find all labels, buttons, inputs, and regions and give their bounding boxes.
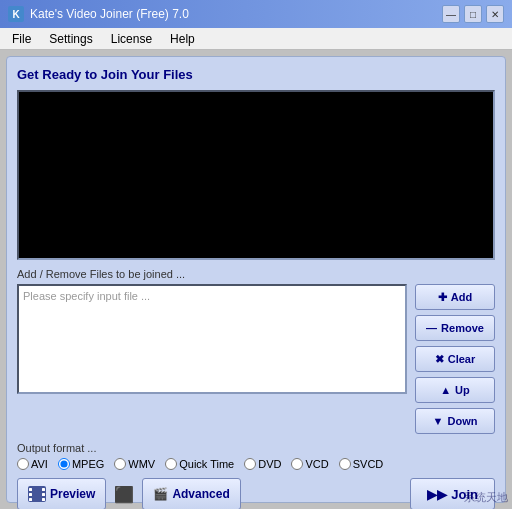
radio-wmv-input[interactable] xyxy=(114,458,126,470)
files-area: Please specify input file ... ✚ Add — Re… xyxy=(17,284,495,434)
clear-icon: ✖ xyxy=(435,353,444,366)
advanced-button[interactable]: 🎬 Advanced xyxy=(142,478,240,509)
files-list[interactable]: Please specify input file ... xyxy=(17,284,407,394)
remove-icon: — xyxy=(426,322,437,334)
up-icon: ▲ xyxy=(440,384,451,396)
preview-separator: ⬛ xyxy=(114,485,134,504)
radio-group: AVI MPEG WMV Quick Time DVD VCD xyxy=(17,458,495,470)
window-controls: — □ ✕ xyxy=(442,5,504,23)
radio-dvd-input[interactable] xyxy=(244,458,256,470)
bottom-buttons: Preview ⬛ 🎬 Advanced ▶▶ Join xyxy=(17,478,495,509)
window-title: Kate's Video Joiner (Free) 7.0 xyxy=(30,7,442,21)
radio-vcd[interactable]: VCD xyxy=(291,458,328,470)
output-format-label: Output format ... xyxy=(17,442,495,454)
menu-license[interactable]: License xyxy=(103,30,160,48)
radio-vcd-input[interactable] xyxy=(291,458,303,470)
remove-button[interactable]: — Remove xyxy=(415,315,495,341)
radio-dvd[interactable]: DVD xyxy=(244,458,281,470)
radio-mpeg[interactable]: MPEG xyxy=(58,458,104,470)
radio-quicktime[interactable]: Quick Time xyxy=(165,458,234,470)
advanced-icon: 🎬 xyxy=(153,487,168,501)
main-panel: Get Ready to Join Your Files Add / Remov… xyxy=(6,56,506,503)
radio-wmv[interactable]: WMV xyxy=(114,458,155,470)
radio-avi-input[interactable] xyxy=(17,458,29,470)
join-icon: ▶▶ xyxy=(427,487,447,502)
radio-svcd[interactable]: SVCD xyxy=(339,458,384,470)
title-bar: K Kate's Video Joiner (Free) 7.0 — □ ✕ xyxy=(0,0,512,28)
add-remove-label: Add / Remove Files to be joined ... xyxy=(17,268,495,280)
preview-button[interactable]: Preview xyxy=(17,478,106,509)
minimize-button[interactable]: — xyxy=(442,5,460,23)
files-buttons: ✚ Add — Remove ✖ Clear ▲ Up ▼ Down xyxy=(415,284,495,434)
radio-svcd-input[interactable] xyxy=(339,458,351,470)
watermark: 系统天地 xyxy=(464,490,508,505)
down-button[interactable]: ▼ Down xyxy=(415,408,495,434)
add-button[interactable]: ✚ Add xyxy=(415,284,495,310)
preview-film-icon xyxy=(28,486,46,502)
radio-mpeg-input[interactable] xyxy=(58,458,70,470)
video-preview xyxy=(17,90,495,260)
radio-avi[interactable]: AVI xyxy=(17,458,48,470)
menu-help[interactable]: Help xyxy=(162,30,203,48)
radio-quicktime-input[interactable] xyxy=(165,458,177,470)
output-format-section: Output format ... AVI MPEG WMV Quick Tim… xyxy=(17,442,495,470)
section-title: Get Ready to Join Your Files xyxy=(17,67,495,82)
maximize-button[interactable]: □ xyxy=(464,5,482,23)
up-button[interactable]: ▲ Up xyxy=(415,377,495,403)
down-icon: ▼ xyxy=(433,415,444,427)
close-button[interactable]: ✕ xyxy=(486,5,504,23)
app-icon: K xyxy=(8,6,24,22)
menu-settings[interactable]: Settings xyxy=(41,30,100,48)
files-placeholder: Please specify input file ... xyxy=(23,290,150,302)
add-icon: ✚ xyxy=(438,291,447,304)
menu-bar: File Settings License Help xyxy=(0,28,512,50)
menu-file[interactable]: File xyxy=(4,30,39,48)
clear-button[interactable]: ✖ Clear xyxy=(415,346,495,372)
